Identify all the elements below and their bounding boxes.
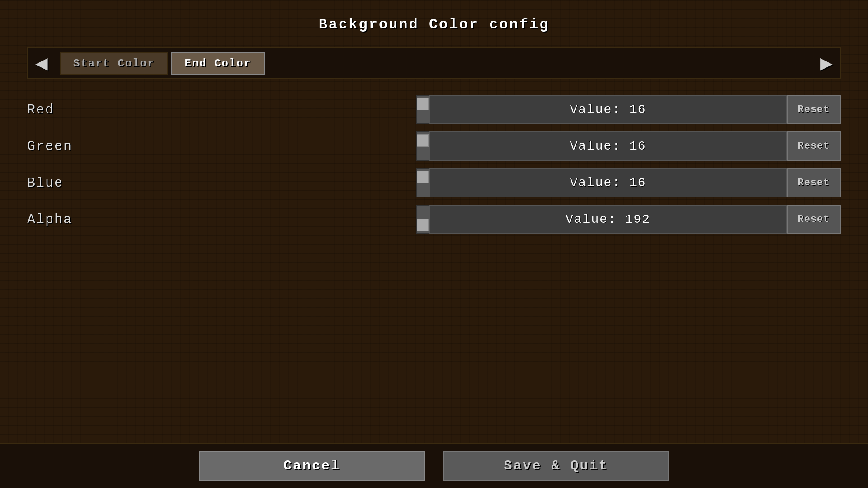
cancel-button[interactable]: Cancel (199, 451, 425, 481)
green-slider-track[interactable] (416, 131, 429, 161)
red-value-box: Value: 16 (429, 95, 787, 124)
blue-value-box: Value: 16 (429, 168, 787, 197)
next-arrow-button[interactable]: ▶ (813, 47, 840, 79)
page-title: Background Color config (0, 0, 868, 33)
tab-end-color[interactable]: End Color (171, 52, 265, 75)
green-value-box: Value: 16 (429, 131, 787, 161)
green-label: Green (27, 139, 416, 154)
alpha-row: Alpha Value: 192 Reset (27, 202, 841, 236)
alpha-value-box: Value: 192 (429, 205, 787, 234)
blue-slider-track[interactable] (416, 168, 429, 197)
prev-arrow-button[interactable]: ◀ (28, 47, 55, 79)
tab-bar: ◀ Start Color End Color ▶ (27, 47, 841, 79)
bottom-bar: Cancel Save & Quit (0, 443, 868, 488)
content-area: Red Value: 16 Reset Green Value: 16 Rese… (0, 93, 868, 236)
red-slider-track[interactable] (416, 95, 429, 124)
alpha-reset-button[interactable]: Reset (787, 205, 841, 234)
save-quit-button[interactable]: Save & Quit (443, 451, 669, 481)
green-row: Green Value: 16 Reset (27, 129, 841, 163)
alpha-label: Alpha (27, 212, 416, 227)
alpha-slider-track[interactable] (416, 205, 429, 234)
blue-slider-thumb (417, 171, 429, 183)
green-slider-thumb (417, 134, 429, 147)
blue-label: Blue (27, 175, 416, 191)
green-reset-button[interactable]: Reset (787, 131, 841, 161)
red-reset-button[interactable]: Reset (787, 95, 841, 124)
tab-start-color[interactable]: Start Color (60, 52, 168, 75)
red-slider-thumb (417, 98, 429, 110)
alpha-slider-thumb (417, 219, 429, 231)
red-row: Red Value: 16 Reset (27, 93, 841, 127)
blue-reset-button[interactable]: Reset (787, 168, 841, 197)
red-label: Red (27, 102, 416, 117)
blue-row: Blue Value: 16 Reset (27, 166, 841, 200)
